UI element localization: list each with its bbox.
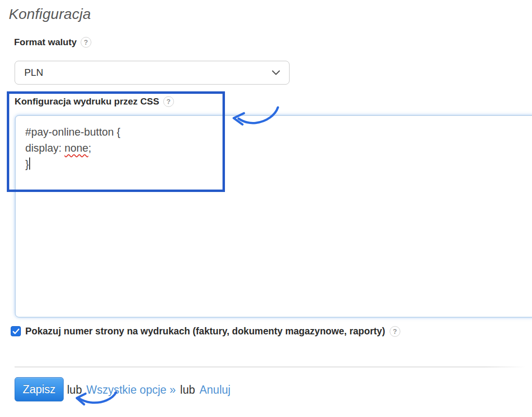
help-icon[interactable]: ? <box>81 37 91 48</box>
checkmark-icon <box>13 329 19 334</box>
actions-row: lub Wszystkie opcje » lub Anuluj <box>67 383 230 397</box>
currency-select[interactable]: PLN <box>15 61 290 85</box>
or-text: lub <box>180 383 195 397</box>
css-code-line: } <box>25 156 530 172</box>
cancel-link[interactable]: Anuluj <box>199 383 230 397</box>
or-text: lub <box>67 383 82 397</box>
page-number-checkbox-label[interactable]: Pokazuj numer strony na wydrukach (faktu… <box>25 326 385 337</box>
page-title: Konfiguracja <box>9 6 91 22</box>
page-number-checkbox[interactable] <box>11 326 21 336</box>
help-icon[interactable]: ? <box>163 96 174 107</box>
section-divider <box>15 366 526 367</box>
css-code-line: #pay-online-button { <box>25 124 530 140</box>
text-caret <box>29 157 30 170</box>
currency-select-value: PLN <box>24 67 272 78</box>
css-print-label-row: Konfiguracja wydruku przez CSS ? <box>15 96 174 107</box>
page-number-checkbox-row: Pokazuj numer strony na wydrukach (faktu… <box>11 326 400 337</box>
configuration-page: Konfiguracja Format waluty ? PLN Konfigu… <box>0 0 532 417</box>
misspelled-word: none <box>65 142 88 154</box>
currency-format-label: Format waluty <box>14 37 77 48</box>
currency-format-label-row: Format waluty ? <box>14 37 91 48</box>
css-print-textarea[interactable]: #pay-online-button {display: none;} <box>15 115 532 317</box>
chevron-down-icon <box>272 70 280 76</box>
css-code-line: display: none; <box>25 140 530 156</box>
css-print-label: Konfiguracja wydruku przez CSS <box>15 96 159 107</box>
help-icon[interactable]: ? <box>390 326 400 337</box>
all-options-link[interactable]: Wszystkie opcje » <box>86 383 176 397</box>
save-button[interactable]: Zapisz <box>15 377 64 401</box>
